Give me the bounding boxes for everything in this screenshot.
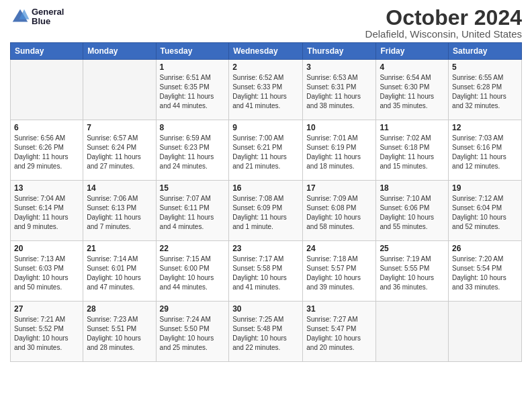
day-cell: 6Sunrise: 6:56 AM Sunset: 6:26 PM Daylig… (11, 120, 83, 181)
day-info: Sunrise: 6:56 AM Sunset: 6:26 PM Dayligh… (14, 134, 79, 171)
day-info: Sunrise: 7:09 AM Sunset: 6:08 PM Dayligh… (306, 194, 372, 232)
day-number: 1 (160, 62, 226, 72)
day-info: Sunrise: 6:59 AM Sunset: 6:23 PM Dayligh… (160, 134, 226, 171)
day-cell (83, 60, 156, 120)
day-info: Sunrise: 6:52 AM Sunset: 6:33 PM Dayligh… (232, 73, 299, 111)
day-number: 12 (452, 123, 518, 132)
day-cell: 22Sunrise: 7:15 AM Sunset: 6:00 PM Dayli… (156, 241, 229, 302)
day-number: 22 (160, 244, 226, 253)
day-number: 16 (232, 183, 299, 193)
day-cell: 18Sunrise: 7:10 AM Sunset: 6:06 PM Dayli… (376, 181, 449, 241)
day-info: Sunrise: 7:25 AM Sunset: 5:48 PM Dayligh… (232, 315, 299, 353)
day-number: 15 (160, 183, 226, 193)
day-info: Sunrise: 6:51 AM Sunset: 6:35 PM Dayligh… (160, 73, 226, 111)
day-cell: 12Sunrise: 7:03 AM Sunset: 6:16 PM Dayli… (449, 120, 522, 181)
day-info: Sunrise: 7:02 AM Sunset: 6:18 PM Dayligh… (380, 134, 445, 171)
day-info: Sunrise: 7:07 AM Sunset: 6:11 PM Dayligh… (160, 194, 226, 232)
day-cell: 19Sunrise: 7:12 AM Sunset: 6:04 PM Dayli… (449, 181, 522, 241)
day-info: Sunrise: 7:08 AM Sunset: 6:09 PM Dayligh… (232, 194, 299, 232)
day-info: Sunrise: 7:18 AM Sunset: 5:57 PM Dayligh… (306, 255, 372, 292)
day-number: 19 (452, 183, 518, 193)
day-info: Sunrise: 7:00 AM Sunset: 6:21 PM Dayligh… (232, 134, 299, 171)
day-number: 26 (452, 244, 518, 253)
day-info: Sunrise: 7:10 AM Sunset: 6:06 PM Dayligh… (380, 194, 445, 232)
day-number: 31 (306, 304, 372, 314)
day-cell: 2Sunrise: 6:52 AM Sunset: 6:33 PM Daylig… (229, 60, 303, 120)
day-number: 6 (14, 123, 79, 132)
day-number: 24 (306, 244, 372, 253)
weekday-header-sunday: Sunday (11, 43, 83, 60)
day-cell: 17Sunrise: 7:09 AM Sunset: 6:08 PM Dayli… (303, 181, 376, 241)
day-number: 21 (87, 244, 152, 253)
day-info: Sunrise: 7:13 AM Sunset: 6:03 PM Dayligh… (14, 255, 79, 292)
day-cell: 15Sunrise: 7:07 AM Sunset: 6:11 PM Dayli… (156, 181, 229, 241)
day-info: Sunrise: 7:17 AM Sunset: 5:58 PM Dayligh… (232, 255, 299, 292)
week-row-2: 6Sunrise: 6:56 AM Sunset: 6:26 PM Daylig… (11, 120, 522, 181)
day-cell (449, 302, 522, 362)
calendar-table: SundayMondayTuesdayWednesdayThursdayFrid… (10, 42, 522, 362)
day-info: Sunrise: 7:12 AM Sunset: 6:04 PM Dayligh… (452, 194, 518, 232)
week-row-5: 27Sunrise: 7:21 AM Sunset: 5:52 PM Dayli… (11, 302, 522, 362)
day-number: 5 (452, 62, 518, 72)
day-number: 23 (232, 244, 299, 253)
day-cell: 7Sunrise: 6:57 AM Sunset: 6:24 PM Daylig… (83, 120, 156, 181)
main-container: General Blue October 2024 Delafield, Wis… (0, 0, 532, 365)
day-info: Sunrise: 7:04 AM Sunset: 6:14 PM Dayligh… (14, 194, 79, 232)
month-title: October 2024 (365, 7, 522, 28)
day-cell: 16Sunrise: 7:08 AM Sunset: 6:09 PM Dayli… (229, 181, 303, 241)
day-info: Sunrise: 6:54 AM Sunset: 6:30 PM Dayligh… (380, 73, 445, 111)
weekday-header-friday: Friday (376, 43, 449, 60)
day-info: Sunrise: 7:21 AM Sunset: 5:52 PM Dayligh… (14, 315, 79, 353)
day-number: 14 (87, 183, 152, 193)
weekday-header-row: SundayMondayTuesdayWednesdayThursdayFrid… (11, 43, 522, 60)
day-info: Sunrise: 6:57 AM Sunset: 6:24 PM Dayligh… (87, 134, 152, 171)
day-cell: 27Sunrise: 7:21 AM Sunset: 5:52 PM Dayli… (11, 302, 83, 362)
logo-line2: Blue (32, 17, 64, 26)
day-number: 8 (160, 123, 226, 132)
location-title: Delafield, Wisconsin, United States (365, 28, 522, 40)
day-number: 20 (14, 244, 79, 253)
week-row-3: 13Sunrise: 7:04 AM Sunset: 6:14 PM Dayli… (11, 181, 522, 241)
weekday-header-thursday: Thursday (303, 43, 376, 60)
day-cell: 8Sunrise: 6:59 AM Sunset: 6:23 PM Daylig… (156, 120, 229, 181)
day-info: Sunrise: 7:27 AM Sunset: 5:47 PM Dayligh… (306, 315, 372, 353)
day-number: 11 (380, 123, 445, 132)
day-number: 28 (87, 304, 152, 314)
day-info: Sunrise: 7:24 AM Sunset: 5:50 PM Dayligh… (160, 315, 226, 353)
day-info: Sunrise: 6:55 AM Sunset: 6:28 PM Dayligh… (452, 73, 518, 111)
day-number: 9 (232, 123, 299, 132)
title-section: October 2024 Delafield, Wisconsin, Unite… (365, 7, 522, 40)
day-number: 17 (306, 183, 372, 193)
day-info: Sunrise: 7:15 AM Sunset: 6:00 PM Dayligh… (160, 255, 226, 292)
day-info: Sunrise: 6:53 AM Sunset: 6:31 PM Dayligh… (306, 73, 372, 111)
day-cell: 10Sunrise: 7:01 AM Sunset: 6:19 PM Dayli… (303, 120, 376, 181)
day-info: Sunrise: 7:01 AM Sunset: 6:19 PM Dayligh… (306, 134, 372, 171)
logo-icon (10, 7, 30, 27)
day-info: Sunrise: 7:23 AM Sunset: 5:51 PM Dayligh… (87, 315, 152, 353)
day-cell: 3Sunrise: 6:53 AM Sunset: 6:31 PM Daylig… (303, 60, 376, 120)
weekday-header-tuesday: Tuesday (156, 43, 229, 60)
day-cell: 20Sunrise: 7:13 AM Sunset: 6:03 PM Dayli… (11, 241, 83, 302)
day-cell: 5Sunrise: 6:55 AM Sunset: 6:28 PM Daylig… (449, 60, 522, 120)
day-number: 10 (306, 123, 372, 132)
day-cell: 14Sunrise: 7:06 AM Sunset: 6:13 PM Dayli… (83, 181, 156, 241)
day-cell: 11Sunrise: 7:02 AM Sunset: 6:18 PM Dayli… (376, 120, 449, 181)
header: General Blue October 2024 Delafield, Wis… (10, 7, 522, 40)
day-number: 2 (232, 62, 299, 72)
day-cell: 21Sunrise: 7:14 AM Sunset: 6:01 PM Dayli… (83, 241, 156, 302)
day-cell: 23Sunrise: 7:17 AM Sunset: 5:58 PM Dayli… (229, 241, 303, 302)
day-info: Sunrise: 7:20 AM Sunset: 5:54 PM Dayligh… (452, 255, 518, 292)
day-cell: 13Sunrise: 7:04 AM Sunset: 6:14 PM Dayli… (11, 181, 83, 241)
day-cell: 29Sunrise: 7:24 AM Sunset: 5:50 PM Dayli… (156, 302, 229, 362)
weekday-header-saturday: Saturday (449, 43, 522, 60)
logo-text: General Blue (32, 7, 64, 27)
day-cell: 30Sunrise: 7:25 AM Sunset: 5:48 PM Dayli… (229, 302, 303, 362)
day-number: 7 (87, 123, 152, 132)
day-cell: 1Sunrise: 6:51 AM Sunset: 6:35 PM Daylig… (156, 60, 229, 120)
day-cell: 26Sunrise: 7:20 AM Sunset: 5:54 PM Dayli… (449, 241, 522, 302)
day-info: Sunrise: 7:03 AM Sunset: 6:16 PM Dayligh… (452, 134, 518, 171)
weekday-header-monday: Monday (83, 43, 156, 60)
day-info: Sunrise: 7:06 AM Sunset: 6:13 PM Dayligh… (87, 194, 152, 232)
day-cell: 4Sunrise: 6:54 AM Sunset: 6:30 PM Daylig… (376, 60, 449, 120)
day-cell (11, 60, 83, 120)
